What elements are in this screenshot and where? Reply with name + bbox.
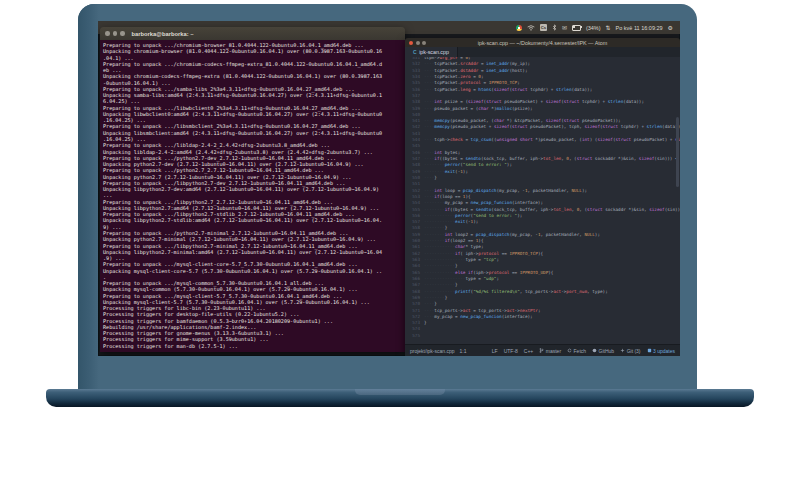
status-grammar[interactable]: C++ (524, 348, 533, 354)
code-line: ····memcpy(pseudo_packet + sizeof(struct… (424, 124, 680, 130)
status-encoding-label: UTF-8 (504, 348, 518, 354)
terminal-output[interactable]: Preparing to unpack .../chromium-browser… (100, 40, 405, 352)
status-git-changes-label: Git (3) (627, 348, 641, 354)
cpp-file-icon: C (413, 49, 417, 55)
atom-window-buttons (409, 41, 426, 45)
terminal-line: Unpacking chromium-codecs-ffmpeg-extra (… (103, 73, 405, 79)
terminal-line: Unpacking mysql-client-core-5.7 (5.7.30-… (103, 268, 405, 274)
terminal-line: Unpacking libpython2.7-stdlib:amd64 (2.7… (103, 217, 405, 223)
code-editor[interactable]: 5315325335345355365375385395405415425435… (405, 57, 680, 344)
code-line (424, 333, 680, 339)
tab-label: ipk-scan.cpp (419, 49, 449, 55)
status-left: projekt/ipk-scan.cpp 1:1 (410, 348, 466, 354)
line-number: 575 (405, 333, 424, 339)
laptop-base-notch (355, 389, 445, 395)
terminal-line: Processing triggers for man-db (2.7.5-1)… (103, 343, 405, 349)
clock[interactable]: Po kvě 11 16:09:29 (616, 25, 663, 31)
session-menu-gear-icon[interactable]: ⚙ (668, 25, 673, 31)
status-cursor-position[interactable]: 1:1 (459, 348, 466, 354)
atom-titlebar[interactable]: ipk-scan.cpp — ~/Dokumenty/4.semester/IP… (405, 38, 680, 47)
package-icon (647, 348, 652, 353)
status-git-branch-label: master (546, 348, 561, 354)
battery-icon[interactable] (572, 25, 581, 31)
status-updates[interactable]: 3 updates (647, 348, 675, 354)
editor-scrollbar[interactable] (676, 117, 679, 187)
atom-minimize-button[interactable] (416, 41, 420, 45)
sync-icon[interactable]: ⇅ (606, 25, 611, 31)
status-line-ending-label: LF (492, 348, 498, 354)
atom-close-button[interactable] (409, 41, 413, 45)
terminal-line: Unpacking chromium-browser (81.0.4044.12… (103, 48, 405, 54)
status-git-fetch[interactable]: Fetch (567, 348, 586, 354)
github-icon (592, 348, 597, 353)
terminal-line: Preparing to unpack .../libsmbclient_2%3… (103, 123, 405, 129)
terminal-titlebar[interactable]: barborka@barborka: ~ (100, 27, 405, 40)
status-right: LFUTF-8C++masterFetchGitHubGit (3)3 upda… (492, 348, 675, 354)
terminal-line: Unpacking libpython2.7-minimal:amd64 (2.… (103, 249, 405, 255)
atom-window: ipk-scan.cpp — ~/Dokumenty/4.semester/IP… (405, 38, 680, 356)
laptop-lid-edge (78, 4, 99, 389)
tab-bar: C ipk-scan.cpp (405, 47, 680, 57)
status-encoding[interactable]: UTF-8 (504, 348, 518, 354)
terminal-line: Unpacking libsmbclient:amd64 (2:4.3.11+d… (103, 130, 405, 136)
terminal-line: Preparing to unpack .../libwbclient0_2%3… (103, 105, 405, 111)
code-line: ····int psize = (sizeof(struct pseudoPac… (424, 99, 680, 105)
chromium-update-icon[interactable] (516, 25, 522, 31)
terminal-line: Unpacking libldap-2.4-2:amd64 (2.4.42+df… (103, 149, 405, 155)
battery-percent: (34%) (586, 25, 601, 31)
git-branch-icon (539, 348, 544, 353)
wifi-icon[interactable] (527, 25, 535, 31)
terminal-minimize-button[interactable] (113, 31, 118, 36)
desktop-screen: Cs ✉ (34%) ⇅ Po kvě 11 16:09:29 ⚙ barbor… (98, 21, 680, 356)
line-number-gutter: 5315325335345355365375385395405415425435… (405, 57, 424, 344)
status-github[interactable]: GitHub (592, 348, 614, 354)
status-github-label: GitHub (599, 348, 615, 354)
bluetooth-icon[interactable] (552, 24, 557, 31)
atom-window-title: ipk-scan.cpp — ~/Dokumenty/4.semester/IP… (478, 40, 608, 46)
git-plus-icon (620, 348, 625, 353)
terminal-window: barborka@barborka: ~ Preparing to unpack… (100, 27, 405, 352)
keyboard-layout-indicator[interactable]: Cs (540, 24, 547, 31)
atom-maximize-button[interactable] (422, 41, 426, 45)
status-line-ending[interactable]: LF (492, 348, 498, 354)
terminal-maximize-button[interactable] (120, 31, 125, 36)
status-bar: projekt/ipk-scan.cpp 1:1 LFUTF-8C++maste… (405, 344, 680, 356)
laptop-mockup: Cs ✉ (34%) ⇅ Po kvě 11 16:09:29 ⚙ barbor… (0, 0, 800, 477)
mail-icon[interactable]: ✉ (562, 25, 567, 31)
terminal-line: Unpacking samba-libs:amd64 (2:4.3.11+dfs… (103, 92, 405, 98)
terminal-line: Unpacking libwbclient0:amd64 (2:4.3.11+d… (103, 111, 405, 117)
status-git-fetch-label: Fetch (574, 348, 587, 354)
status-updates-label: 3 updates (653, 348, 675, 354)
code-line: ····tcph->check = tcp_csum((unsigned sho… (424, 137, 680, 143)
terminal-line: Unpacking python2.7-minimal (2.7.12-1ubu… (103, 236, 405, 242)
status-git-branch[interactable]: master (539, 348, 561, 354)
terminal-close-button[interactable] (105, 31, 110, 36)
terminal-line: Unpacking libpython2.7-dev:amd64 (2.7.12… (103, 186, 405, 192)
terminal-line: Preparing to unpack .../chromium-codecs-… (103, 61, 405, 67)
tab-ipk-scan[interactable]: C ipk-scan.cpp (405, 47, 458, 57)
fetch-icon (567, 348, 572, 353)
status-grammar-label: C++ (524, 348, 533, 354)
terminal-title: barborka@barborka: ~ (132, 31, 194, 37)
status-file-path[interactable]: projekt/ipk-scan.cpp (410, 348, 454, 354)
status-git-changes[interactable]: Git (3) (620, 348, 640, 354)
code-pane: tcph->urg_ptr = 0;····tcpPacket.srcAddr … (424, 57, 680, 344)
